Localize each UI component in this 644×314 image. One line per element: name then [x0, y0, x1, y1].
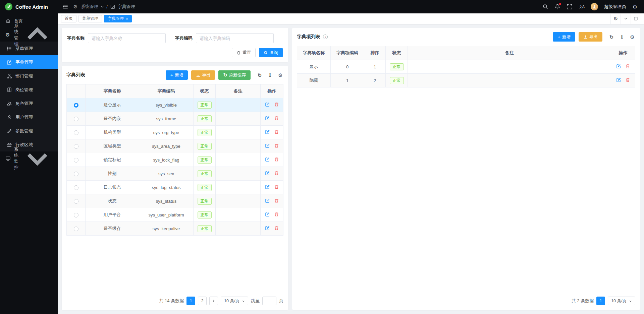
dict-name-cell: 锁定标记: [86, 153, 139, 167]
jump-page-input[interactable]: [262, 297, 276, 305]
edit-icon[interactable]: [265, 212, 270, 217]
row-radio[interactable]: [74, 199, 78, 204]
export-dict-item-button[interactable]: 导出: [579, 32, 602, 42]
settings-gear-icon[interactable]: [632, 4, 638, 10]
row-radio[interactable]: [74, 130, 78, 135]
row-radio[interactable]: [74, 227, 78, 231]
sidebar-item-role[interactable]: 角色管理: [0, 97, 58, 110]
sidebar-item-post[interactable]: 岗位管理: [0, 83, 58, 97]
edit-icon[interactable]: [265, 102, 270, 107]
sidebar-item-dept[interactable]: 部门管理: [0, 69, 58, 83]
row-radio[interactable]: [74, 144, 78, 149]
translate-icon[interactable]: [579, 4, 585, 10]
tab-menu[interactable]: 菜单管理: [78, 15, 102, 22]
collapse-menu-icon[interactable]: [62, 4, 68, 10]
edit-icon[interactable]: [265, 226, 270, 231]
page-button-1[interactable]: 1: [596, 297, 605, 305]
delete-icon[interactable]: [274, 102, 279, 107]
column-header: 排序: [364, 46, 386, 60]
add-dict-item-button[interactable]: 新增: [553, 32, 575, 42]
avatar[interactable]: [591, 3, 598, 10]
fullscreen-icon[interactable]: [567, 4, 573, 10]
notification-bell-icon[interactable]: [554, 4, 560, 10]
table-row[interactable]: 是否内嵌 sys_frame 正常: [67, 112, 283, 126]
table-row[interactable]: 是否显示 sys_visible 正常: [67, 98, 283, 112]
breadcrumb-root[interactable]: 系统管理: [81, 4, 98, 10]
user-name[interactable]: 超级管理员: [604, 4, 626, 10]
dict-code-cell: sys_org_type: [139, 126, 194, 139]
search-icon[interactable]: [542, 4, 548, 10]
delete-icon[interactable]: [274, 171, 279, 176]
dict-code-input[interactable]: [196, 33, 274, 43]
page-size-select[interactable]: 10 条/页: [608, 297, 635, 305]
delete-icon[interactable]: [274, 198, 279, 203]
row-radio[interactable]: [74, 213, 78, 217]
edit-icon[interactable]: [265, 143, 270, 148]
refresh-table-icon[interactable]: [257, 72, 263, 78]
export-dict-button[interactable]: 导出: [191, 70, 215, 80]
delete-icon[interactable]: [274, 129, 279, 134]
page-size-select[interactable]: 10 条/页: [221, 297, 248, 305]
query-button[interactable]: 查询: [259, 48, 283, 57]
maximize-view-icon[interactable]: [631, 14, 641, 24]
delete-icon[interactable]: [274, 143, 279, 148]
row-radio[interactable]: [74, 172, 78, 176]
page-button-1[interactable]: 1: [186, 297, 195, 305]
row-radio[interactable]: [74, 185, 78, 190]
info-icon[interactable]: [323, 35, 328, 39]
page-button-2[interactable]: 2: [198, 297, 207, 305]
edit-icon[interactable]: [265, 171, 270, 176]
delete-icon[interactable]: [625, 77, 630, 82]
table-row[interactable]: 用户平台 sys_user_platform 正常: [67, 208, 283, 222]
table-row[interactable]: 状态 sys_status 正常: [67, 194, 283, 208]
tab-dict[interactable]: 字典管理 ×: [104, 15, 132, 22]
edit-icon[interactable]: [265, 184, 270, 189]
edit-icon[interactable]: [265, 198, 270, 203]
table-row[interactable]: 区域类型 sys_area_type 正常: [67, 139, 283, 153]
sidebar-group-monitor[interactable]: 系统监控: [0, 151, 58, 165]
edit-icon[interactable]: [265, 116, 270, 121]
refresh-table-icon[interactable]: [608, 34, 614, 40]
sidebar-item-param[interactable]: 参数管理: [0, 124, 58, 138]
app-logo[interactable]: Coffee Admin: [0, 0, 58, 13]
table-row[interactable]: 显示 0 1 正常: [297, 60, 635, 74]
table-row[interactable]: 锁定标记 sys_lock_flag 正常: [67, 153, 283, 167]
edit-icon[interactable]: [616, 77, 621, 82]
tab-home[interactable]: 首页: [61, 15, 76, 22]
table-settings-gear-icon[interactable]: [277, 72, 283, 78]
table-row[interactable]: 性别 sys_sex 正常: [67, 167, 283, 181]
app-root: Coffee Admin 首页 系统管理 菜单管理 字典管理 部门管理: [0, 0, 644, 314]
tabs-dropdown-icon[interactable]: [621, 14, 631, 24]
next-page-button[interactable]: [209, 297, 218, 305]
sidebar-group-system[interactable]: 系统管理: [0, 28, 58, 42]
delete-icon[interactable]: [274, 157, 279, 162]
delete-icon[interactable]: [274, 116, 279, 121]
table-row[interactable]: 机构类型 sys_org_type 正常: [67, 126, 283, 139]
sidebar-item-user[interactable]: 用户管理: [0, 110, 58, 124]
table-settings-gear-icon[interactable]: [629, 34, 635, 40]
edit-icon[interactable]: [265, 157, 270, 162]
edit-icon[interactable]: [265, 129, 270, 134]
sidebar-item-dict[interactable]: 字典管理: [0, 55, 58, 69]
table-row[interactable]: 日志状态 sys_log_status 正常: [67, 181, 283, 194]
dict-name-input[interactable]: [88, 33, 166, 43]
delete-icon[interactable]: [274, 226, 279, 231]
delete-icon[interactable]: [625, 64, 630, 69]
item-code-cell: 0: [331, 60, 364, 74]
row-radio[interactable]: [74, 158, 78, 163]
refresh-tabs-icon[interactable]: [610, 14, 621, 24]
column-settings-icon[interactable]: [267, 72, 273, 78]
row-radio[interactable]: [74, 117, 78, 121]
refresh-cache-button[interactable]: 刷新缓存: [218, 70, 251, 80]
edit-icon[interactable]: [616, 64, 621, 69]
close-icon[interactable]: ×: [126, 17, 128, 21]
delete-icon[interactable]: [274, 212, 279, 217]
table-row[interactable]: 隐藏 1 2 正常: [297, 74, 635, 87]
table-row[interactable]: 是否缓存 sys_keepalive 正常: [67, 222, 283, 236]
row-radio[interactable]: [74, 103, 78, 108]
column-settings-icon[interactable]: [619, 34, 625, 40]
reset-button[interactable]: 重置: [232, 48, 256, 57]
breadcrumb-separator: /: [106, 4, 108, 9]
delete-icon[interactable]: [274, 184, 279, 189]
add-dict-button[interactable]: 新增: [166, 70, 188, 80]
